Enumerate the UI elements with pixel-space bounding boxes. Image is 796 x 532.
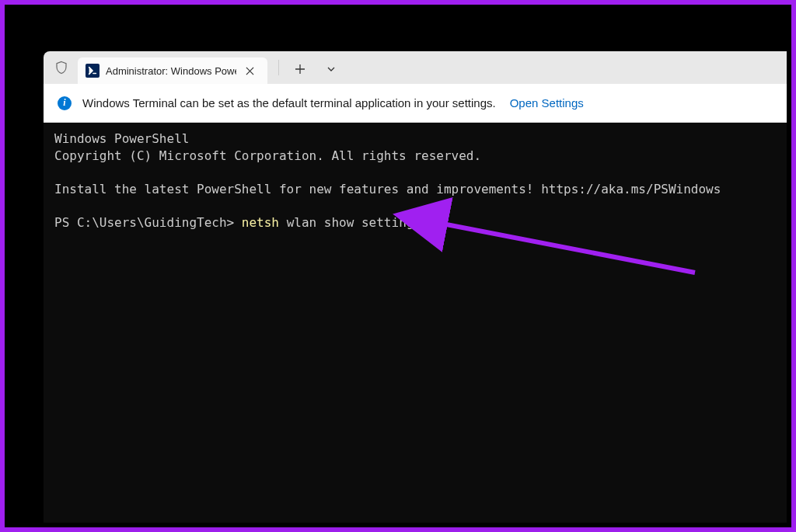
- new-tab-button[interactable]: [287, 56, 313, 82]
- terminal-command-keyword: netsh: [242, 215, 279, 230]
- terminal-command-args: wlan show settings: [279, 215, 421, 230]
- tab-title: Administrator: Windows Powe: [106, 65, 236, 77]
- terminal-line-install: Install the latest PowerShell for new fe…: [54, 182, 721, 196]
- terminal-prompt: PS C:\Users\GuidingTech>: [54, 215, 242, 230]
- terminal-window: Administrator: Windows Powe i Windows Te…: [44, 51, 787, 523]
- tab-divider: [278, 60, 279, 75]
- active-tab[interactable]: Administrator: Windows Powe: [78, 57, 267, 84]
- screenshot-frame: Administrator: Windows Powe i Windows Te…: [0, 0, 796, 532]
- uac-shield-icon: [53, 59, 70, 76]
- title-bar[interactable]: Administrator: Windows Powe: [44, 51, 787, 84]
- info-message: Windows Terminal can be set as the defau…: [82, 96, 496, 110]
- terminal-line-header: Windows PowerShell: [54, 131, 189, 146]
- info-bar: i Windows Terminal can be set as the def…: [44, 84, 787, 123]
- open-settings-link[interactable]: Open Settings: [510, 96, 584, 110]
- tab-dropdown-button[interactable]: [318, 56, 344, 82]
- close-tab-button[interactable]: [243, 64, 257, 78]
- info-icon: i: [58, 96, 72, 110]
- terminal-line-copyright: Copyright (C) Microsoft Corporation. All…: [54, 148, 481, 163]
- powershell-icon: [86, 64, 100, 78]
- terminal-content[interactable]: Windows PowerShell Copyright (C) Microso…: [44, 123, 787, 523]
